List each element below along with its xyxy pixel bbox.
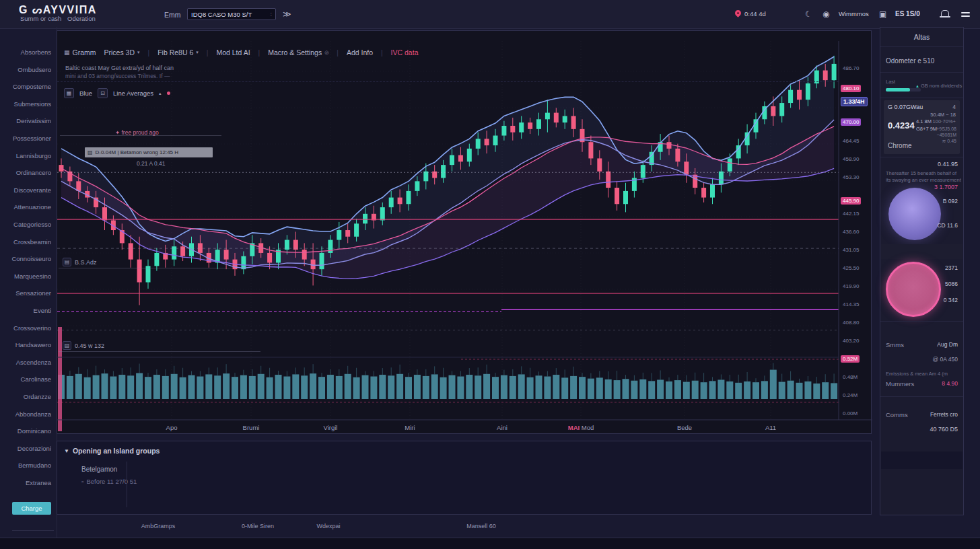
caret-up-icon[interactable]: ▴ xyxy=(159,91,162,96)
hamburger-menu-icon[interactable] xyxy=(961,12,970,17)
left-sidebar: AbsorbensOmbudseroComposterneSubmersions… xyxy=(0,27,57,549)
candlestick-chart[interactable] xyxy=(57,31,872,435)
chart-tab[interactable]: Mod Ltd AI xyxy=(216,48,250,57)
chart-info-line2: mini and 03 among/success Trilmes. If — xyxy=(65,73,170,79)
divider xyxy=(880,157,963,157)
tab-label: Gramm xyxy=(73,48,96,57)
time-axis[interactable]: ApoBrumiVirgilMiriAiniMAI ModBedeA11 xyxy=(57,420,839,435)
sidebar-item[interactable]: Handsawero xyxy=(15,341,51,349)
sidebar-item[interactable]: Ombudsero xyxy=(18,66,51,73)
time-label[interactable]: Bede xyxy=(677,424,692,431)
sidebar-item[interactable]: Ordinancero xyxy=(16,169,51,176)
time-label-text: Brumi xyxy=(243,424,260,431)
indicator-legend-2[interactable]: ▤ 0.45 w 132 xyxy=(63,341,104,350)
box-chip-icon[interactable]: ⊡ xyxy=(98,88,108,98)
price-badge-pink[interactable]: 445.90 xyxy=(841,197,861,205)
time-label[interactable]: MAI Mod xyxy=(568,424,594,431)
sidebar-item[interactable]: Attenuazione xyxy=(14,203,51,211)
sidebar-item[interactable]: Derivatissim xyxy=(16,117,51,124)
double-chevron-icon[interactable]: ≫ xyxy=(283,9,291,19)
location-pin-icon[interactable] xyxy=(734,9,742,17)
sidebar-item[interactable]: Eventi xyxy=(34,307,51,314)
chart-tab-accent[interactable]: IVC data xyxy=(391,48,419,57)
sidebar-item[interactable]: Possessioner xyxy=(13,135,51,142)
nav-item-2[interactable]: Oderation xyxy=(67,15,96,22)
indicator-legend-1[interactable]: ▤ B.S.Adz xyxy=(63,258,97,266)
sidebar-item[interactable]: Categoriesso xyxy=(13,221,51,228)
row-label-2: Mummers xyxy=(886,380,914,388)
sidebar-item[interactable]: Ascendenza xyxy=(16,359,51,366)
bottom-panel-subitem[interactable]: ▫ Before 11 27/0 51 xyxy=(81,478,137,485)
panel-section-title[interactable]: Odometer e 510 xyxy=(886,57,934,65)
card-mid1: 4.1 8M xyxy=(916,118,932,124)
stat-value: 0.41.95 xyxy=(938,161,958,168)
grid-chip-icon[interactable]: ▦ xyxy=(64,88,74,98)
time-label[interactable]: Virgil xyxy=(324,424,338,431)
subitem-label: Before 11 27/0 51 xyxy=(86,478,137,485)
footer-item[interactable]: Mansell 60 xyxy=(466,523,496,529)
price-axis[interactable]: 486.70464.45458.90453.30442.15436.60431.… xyxy=(840,31,872,435)
price-label: 419.90 xyxy=(843,283,859,289)
chart-tab[interactable]: Fib Re8U 6▾ xyxy=(158,48,199,57)
symbol-search-input[interactable]: IDQ8 CASO M30 S/T : xyxy=(187,8,276,20)
time-label[interactable]: Apo xyxy=(166,424,178,431)
card-title: G 0.07GWau xyxy=(888,104,923,110)
app-grid-icon[interactable]: ▣ xyxy=(879,9,886,19)
indicator-label: 0.45 w 132 xyxy=(75,342,104,349)
instrument-card[interactable]: G 0.07GWau 4 50.4M − 18 100·70%+ 0.4234 … xyxy=(884,100,960,154)
time-label[interactable]: A11 xyxy=(765,424,776,431)
moon-icon[interactable]: ☾ xyxy=(805,9,812,19)
sidebar-item[interactable]: Crossbeamin xyxy=(13,238,51,246)
footer-item[interactable]: AmbGramps xyxy=(141,523,176,529)
time-label[interactable]: Miri xyxy=(405,424,415,431)
pane-icon: ▤ xyxy=(88,149,93,155)
sidebar-item[interactable]: Ordanzze xyxy=(24,393,51,400)
sidebar-item[interactable]: Lannisburgo xyxy=(16,152,51,159)
sidebar-item[interactable]: Submersions xyxy=(14,100,51,108)
chart-tab[interactable]: Prices 3D▾ xyxy=(104,48,140,57)
sidebar-item[interactable]: Absorbens xyxy=(21,48,51,56)
footer-item[interactable]: 0-Mile Siren xyxy=(242,523,274,529)
legend-label-1[interactable]: Blue xyxy=(79,89,92,97)
bell-icon[interactable] xyxy=(941,10,949,16)
legend-label-2[interactable]: Line Averages xyxy=(113,89,153,97)
caret-icon: ◎ xyxy=(324,50,328,55)
sidebar-item[interactable]: Dominicano xyxy=(18,427,51,435)
sidebar-item[interactable]: Connoisseuro xyxy=(11,255,51,262)
card-footer[interactable]: Chrome xyxy=(888,142,912,149)
sidebar-item[interactable]: Decorazioni xyxy=(18,445,51,452)
price-badge-blue[interactable]: 1.33/4H xyxy=(841,97,868,106)
checkbox-icon[interactable]: ▫ xyxy=(81,478,83,485)
chart-tab[interactable]: ▦Gramm xyxy=(64,48,96,57)
time-label[interactable]: Aini xyxy=(497,424,508,431)
row-note: Emissions & mean Am 4 (m xyxy=(886,371,948,377)
sidebar-item[interactable]: Discoverante xyxy=(14,186,51,194)
bottom-panel-header[interactable]: ▼ Opening an Island groups xyxy=(64,447,160,455)
divider xyxy=(880,98,963,98)
nav-item-1[interactable]: Summ or cash xyxy=(20,15,61,22)
chart-info-line1: Baltic coast May Get extra/yd of half ca… xyxy=(65,65,174,71)
sidebar-action-button[interactable]: Charge xyxy=(12,502,51,515)
sidebar-item[interactable]: Crossoverino xyxy=(13,324,51,332)
purple-gauge[interactable] xyxy=(888,188,941,240)
price-badge-purple[interactable]: 470.00 xyxy=(841,118,861,126)
sidebar-item[interactable]: Extranea xyxy=(26,479,51,486)
colon-icon: : xyxy=(270,11,272,17)
sidebar-item[interactable]: Bermudano xyxy=(18,462,51,469)
user-label[interactable]: Wimmmos xyxy=(839,10,869,17)
sidebar-item[interactable]: Composterne xyxy=(13,83,51,90)
chart-tab[interactable]: Macro & Settings◎ xyxy=(268,48,328,57)
sidebar-item[interactable]: Sensazioner xyxy=(15,289,51,297)
price-badge-pink[interactable]: 0.52M xyxy=(841,355,860,363)
record-icon[interactable]: ◉ xyxy=(823,9,829,19)
panel-strip xyxy=(881,244,963,259)
sidebar-item[interactable]: Carolinase xyxy=(21,375,51,383)
footer-item[interactable]: Wdexpai xyxy=(316,523,340,529)
pink-gauge[interactable] xyxy=(886,262,941,317)
bottom-panel-item[interactable]: Betelgamon xyxy=(81,466,117,473)
sidebar-item[interactable]: Abbondanza xyxy=(15,410,51,418)
chart-tab[interactable]: Add Info xyxy=(347,48,373,57)
price-badge-pink[interactable]: 480.10 xyxy=(841,85,861,92)
sidebar-item[interactable]: Marqueesino xyxy=(14,272,51,280)
time-label[interactable]: Brumi xyxy=(243,424,260,431)
